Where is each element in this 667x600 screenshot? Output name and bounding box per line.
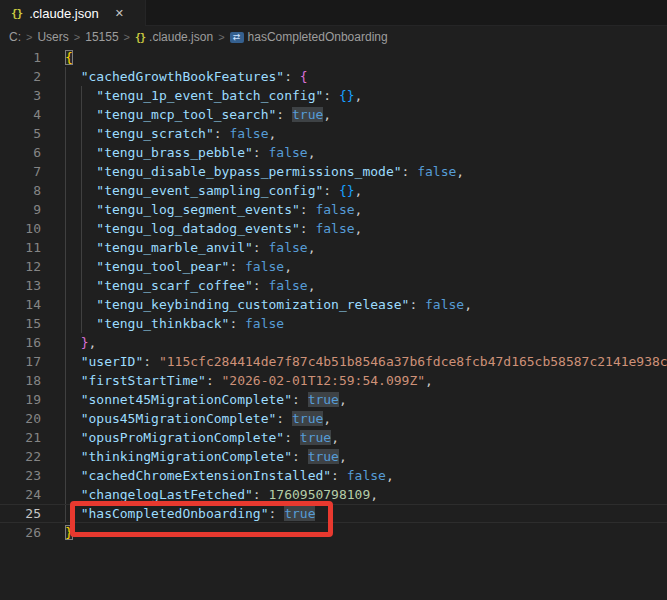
code-line[interactable]: 24 "changelogLastFetched": 1760950798109…: [0, 485, 667, 504]
code-content[interactable]: "tengu_keybinding_customization_release"…: [41, 295, 472, 314]
code-content[interactable]: },: [41, 333, 96, 352]
line-number[interactable]: 20: [0, 409, 41, 428]
breadcrumb-symbol-label: hasCompletedOnboarding: [248, 30, 388, 44]
code-line[interactable]: 21 "opusProMigrationComplete": true,: [0, 428, 667, 447]
line-number[interactable]: 16: [0, 333, 41, 352]
code-content[interactable]: "tengu_log_segment_events": false,: [41, 200, 362, 219]
code-content[interactable]: "tengu_brass_pebble": false,: [41, 143, 315, 162]
code-line[interactable]: 6 "tengu_brass_pebble": false,: [0, 143, 667, 162]
code-content[interactable]: "opus45MigrationComplete": true,: [41, 409, 331, 428]
code-content[interactable]: "tengu_1p_event_batch_config": {},: [41, 86, 362, 105]
line-number[interactable]: 24: [0, 485, 41, 504]
code-line[interactable]: 5 "tengu_scratch": false,: [0, 124, 667, 143]
line-number[interactable]: 6: [0, 143, 41, 162]
line-number[interactable]: 7: [0, 162, 41, 181]
line-number[interactable]: 22: [0, 447, 41, 466]
code-line[interactable]: 22 "thinkingMigrationComplete": true,: [0, 447, 667, 466]
line-number[interactable]: 25: [0, 504, 41, 523]
code-content[interactable]: "opusProMigrationComplete": true,: [41, 428, 339, 447]
line-number[interactable]: 15: [0, 314, 41, 333]
line-number[interactable]: 8: [0, 181, 41, 200]
code-line[interactable]: 19 "sonnet45MigrationComplete": true,: [0, 390, 667, 409]
editor-tab-bar: {} .claude.json ✕: [0, 0, 667, 26]
vscode-window: {} .claude.json ✕ C: > Users > 15155 > {…: [0, 0, 667, 600]
code-content[interactable]: "tengu_disable_bypass_permissions_mode":…: [41, 162, 464, 181]
chevron-right-icon: >: [217, 31, 225, 43]
code-content[interactable]: "tengu_marble_anvil": false,: [41, 238, 315, 257]
code-line[interactable]: 8 "tengu_event_sampling_config": {},: [0, 181, 667, 200]
code-content[interactable]: "tengu_tool_pear": false,: [41, 257, 292, 276]
code-line[interactable]: 18 "firstStartTime": "2026-02-01T12:59:5…: [0, 371, 667, 390]
line-number[interactable]: 19: [0, 390, 41, 409]
code-line[interactable]: 17 "userID": "115cfc284414de7f87c4b51b85…: [0, 352, 667, 371]
code-line[interactable]: 11 "tengu_marble_anvil": false,: [0, 238, 667, 257]
code-content[interactable]: "userID": "115cfc284414de7f87c4b51b8546a…: [41, 352, 667, 371]
code-content[interactable]: "changelogLastFetched": 1760950798109,: [41, 485, 378, 504]
line-number[interactable]: 4: [0, 105, 41, 124]
breadcrumb-item-drive[interactable]: C:: [9, 30, 21, 44]
line-number[interactable]: 9: [0, 200, 41, 219]
code-line[interactable]: 1{: [0, 48, 667, 67]
json-file-icon: {}: [11, 7, 22, 20]
line-number[interactable]: 23: [0, 466, 41, 485]
breadcrumb-item-symbol[interactable]: ⇄ hasCompletedOnboarding: [230, 30, 388, 44]
line-number[interactable]: 12: [0, 257, 41, 276]
code-content[interactable]: "sonnet45MigrationComplete": true,: [41, 390, 347, 409]
breadcrumb-item-users[interactable]: Users: [37, 30, 68, 44]
close-tab-icon[interactable]: ✕: [112, 6, 127, 21]
code-line[interactable]: 13 "tengu_scarf_coffee": false,: [0, 276, 667, 295]
code-content[interactable]: "tengu_log_datadog_events": false,: [41, 219, 362, 238]
code-line[interactable]: 3 "tengu_1p_event_batch_config": {},: [0, 86, 667, 105]
breadcrumb-file-label: .claude.json: [149, 30, 213, 44]
chevron-right-icon: >: [25, 31, 33, 43]
line-number[interactable]: 5: [0, 124, 41, 143]
code-content[interactable]: "tengu_scarf_coffee": false,: [41, 276, 315, 295]
line-number[interactable]: 17: [0, 352, 41, 371]
code-line[interactable]: 16 },: [0, 333, 667, 352]
code-line[interactable]: 4 "tengu_mcp_tool_search": true,: [0, 105, 667, 124]
code-content[interactable]: "tengu_mcp_tool_search": true,: [41, 105, 331, 124]
code-content[interactable]: "tengu_event_sampling_config": {},: [41, 181, 362, 200]
code-line[interactable]: 26}: [0, 523, 667, 542]
line-number[interactable]: 2: [0, 67, 41, 86]
code-content[interactable]: {: [41, 48, 73, 67]
editor-body[interactable]: 1{2 "cachedGrowthBookFeatures": {3 "teng…: [0, 48, 667, 600]
chevron-right-icon: >: [123, 31, 131, 43]
code-content[interactable]: "thinkingMigrationComplete": true,: [41, 447, 347, 466]
chevron-right-icon: >: [73, 31, 81, 43]
code-line[interactable]: 25 "hasCompletedOnboarding": true: [0, 504, 667, 523]
code-line[interactable]: 23 "cachedChromeExtensionInstalled": fal…: [0, 466, 667, 485]
json-file-icon: {}: [135, 32, 145, 43]
line-number[interactable]: 10: [0, 219, 41, 238]
line-number[interactable]: 1: [0, 48, 41, 67]
code-line[interactable]: 7 "tengu_disable_bypass_permissions_mode…: [0, 162, 667, 181]
code-line[interactable]: 15 "tengu_thinkback": false: [0, 314, 667, 333]
tab-label: .claude.json: [29, 6, 98, 21]
breadcrumb-item-userfolder[interactable]: 15155: [85, 30, 118, 44]
code-content[interactable]: }: [41, 523, 73, 542]
tab-claude-json[interactable]: {} .claude.json ✕: [0, 0, 146, 26]
line-number[interactable]: 18: [0, 371, 41, 390]
code-content[interactable]: "cachedGrowthBookFeatures": {: [41, 67, 308, 86]
line-number[interactable]: 13: [0, 276, 41, 295]
line-number[interactable]: 11: [0, 238, 41, 257]
code-line[interactable]: 2 "cachedGrowthBookFeatures": {: [0, 67, 667, 86]
code-content[interactable]: "firstStartTime": "2026-02-01T12:59:54.0…: [41, 371, 433, 390]
code-content[interactable]: "tengu_scratch": false,: [41, 124, 276, 143]
code-content[interactable]: "tengu_thinkback": false: [41, 314, 284, 333]
code-content[interactable]: "cachedChromeExtensionInstalled": false,: [41, 466, 394, 485]
code-line[interactable]: 10 "tengu_log_datadog_events": false,: [0, 219, 667, 238]
code-line[interactable]: 20 "opus45MigrationComplete": true,: [0, 409, 667, 428]
code-line[interactable]: 14 "tengu_keybinding_customization_relea…: [0, 295, 667, 314]
code-content[interactable]: "hasCompletedOnboarding": true: [41, 504, 315, 523]
breadcrumb: C: > Users > 15155 > {} .claude.json > ⇄…: [0, 26, 667, 48]
breadcrumb-item-file[interactable]: {} .claude.json: [135, 30, 213, 44]
code-line[interactable]: 12 "tengu_tool_pear": false,: [0, 257, 667, 276]
code-lines: 1{2 "cachedGrowthBookFeatures": {3 "teng…: [0, 48, 667, 542]
line-number[interactable]: 21: [0, 428, 41, 447]
line-number[interactable]: 14: [0, 295, 41, 314]
line-number[interactable]: 26: [0, 523, 41, 542]
code-line[interactable]: 9 "tengu_log_segment_events": false,: [0, 200, 667, 219]
line-number[interactable]: 3: [0, 86, 41, 105]
symbol-boolean-icon: ⇄: [230, 32, 244, 43]
